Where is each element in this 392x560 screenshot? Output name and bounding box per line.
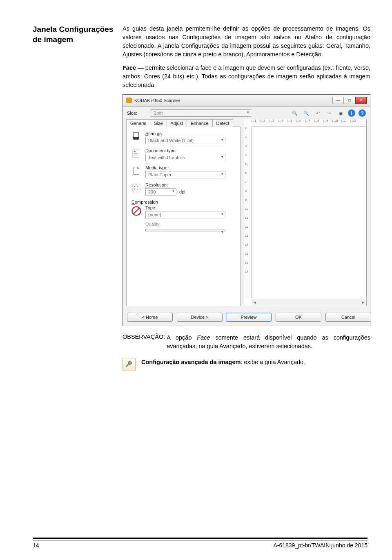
tab-adjust[interactable]: Adjust (167, 119, 187, 127)
doc-type-label: Document type: (145, 148, 236, 153)
compression-quality-combo (145, 229, 225, 231)
screenshot-window: KODAK i4850 Scanner — □ ✕ Side: Both 🔍 🔍… (122, 94, 370, 326)
scan-as-label: Scan as: (145, 131, 236, 136)
device-button[interactable]: Device > (177, 313, 223, 322)
svg-rect-4 (134, 153, 138, 153)
close-button[interactable]: ✕ (355, 97, 367, 104)
tool-text: Configuração avançada da imagem: exibe a… (141, 358, 305, 367)
tab-size[interactable]: Size (150, 119, 167, 127)
svg-rect-1 (133, 137, 138, 140)
doc-type-combo[interactable]: Text with Graphics (145, 154, 225, 161)
compression-quality-label: Quality: (145, 222, 236, 227)
minimize-button[interactable]: — (332, 97, 344, 104)
svg-rect-6 (134, 155, 138, 155)
ruler-horizontal: |..1|..2|..3|..4|..5|..6|..7|..8|..9|.10… (244, 119, 366, 127)
media-label: Media type: (145, 165, 236, 170)
svg-rect-5 (134, 154, 138, 154)
doc-id: A-61839_pt-br/TWAIN junho de 2015 (273, 542, 368, 549)
page-number: 14 (33, 542, 39, 549)
media-combo[interactable]: Plain Paper (145, 171, 225, 178)
preview-pane: |..1|..2|..3|..4|..5|..6|..7|..8|..9|.10… (244, 119, 367, 306)
svg-rect-8 (132, 184, 140, 192)
compression-type-combo[interactable]: (none) (145, 211, 225, 218)
compression-icon (131, 205, 142, 217)
svg-point-10 (137, 186, 138, 187)
face-rest: — permite selecionar a face e a imagem q… (122, 64, 370, 88)
side-combo[interactable]: Both (151, 109, 251, 117)
svg-point-9 (134, 186, 135, 187)
maximize-button[interactable]: □ (344, 97, 355, 104)
zoom-out-icon[interactable]: 🔍 (302, 109, 310, 117)
help-icon[interactable]: ? (359, 109, 366, 117)
scan-as-combo[interactable]: Black and White (1-bit) (145, 137, 225, 144)
svg-rect-3 (134, 151, 136, 152)
resolution-unit: dpi (179, 189, 185, 194)
face-lead: Face (122, 64, 136, 71)
paragraph-intro: As guias desta janela permitem-lhe defin… (122, 24, 370, 59)
tab-enhance[interactable]: Enhance (187, 119, 212, 127)
rotate-right-icon[interactable]: ↷ (325, 109, 333, 117)
tab-general[interactable]: General (126, 119, 150, 127)
side-row: Side: Both 🔍 🔍 ↶ ↷ ▣ i ? (123, 107, 370, 119)
ruler-vertical: 1234567891011121314151617 (244, 127, 252, 298)
fit-icon[interactable]: ▣ (336, 109, 345, 117)
svg-point-11 (134, 189, 135, 189)
svg-point-12 (137, 189, 138, 189)
cancel-button[interactable]: Cancel (325, 313, 371, 322)
tab-strip: General Size Adjust Enhance Detect (126, 119, 241, 127)
titlebar: KODAK i4850 Scanner — □ ✕ (123, 95, 370, 107)
ok-button[interactable]: OK (276, 313, 321, 322)
side-label: Side: (127, 111, 147, 116)
compression-type-label: Type: (145, 205, 236, 210)
home-button[interactable]: < Home (127, 313, 173, 322)
resolution-icon (131, 182, 142, 194)
tab-detect[interactable]: Detect (212, 119, 234, 127)
compression-label: Compression (131, 200, 236, 204)
doc-type-icon (131, 148, 142, 160)
wrench-icon (122, 358, 136, 371)
app-icon (126, 98, 132, 103)
scan-as-icon (131, 131, 142, 142)
resolution-label: Resolution: (145, 182, 236, 187)
note-text: A opção Face somente estará disponível q… (167, 333, 370, 351)
note-label: OBSERVAÇÃO: (122, 333, 165, 351)
section-heading: Janela Configurações de imagem (33, 24, 114, 44)
rotate-left-icon[interactable]: ↶ (314, 109, 322, 117)
tab-body: Scan as: Black and White (1-bit) (126, 127, 241, 306)
window-title: KODAK i4850 Scanner (134, 98, 332, 103)
zoom-in-icon[interactable]: 🔍 (291, 109, 299, 117)
paragraph-face: Face — permite selecionar a face e a ima… (122, 64, 370, 89)
resolution-combo[interactable]: 200 (145, 188, 176, 196)
scrollbar-horizontal[interactable]: ◄► (252, 299, 366, 306)
preview-button[interactable]: Preview (226, 313, 272, 322)
media-icon (131, 165, 142, 177)
info-icon[interactable]: i (348, 109, 355, 117)
page-footer: 14 A-61839_pt-br/TWAIN junho de 2015 (33, 538, 368, 549)
